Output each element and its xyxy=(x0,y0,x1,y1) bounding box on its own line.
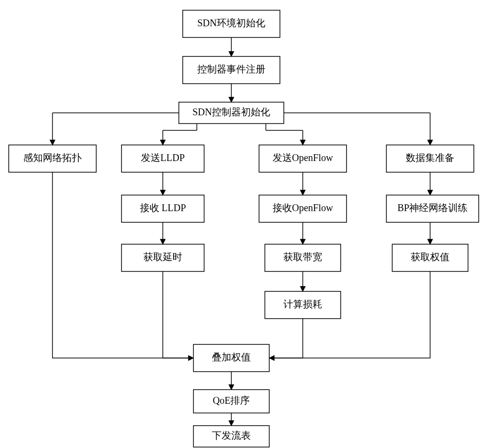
node-send-flowtable: 下发流表 xyxy=(193,426,269,447)
node-sdn-controller-init: SDN控制器初始化 xyxy=(179,102,284,124)
label-calc-loss: 计算损耗 xyxy=(283,299,322,309)
label-send-flowtable: 下发流表 xyxy=(212,430,251,441)
node-recv-lldp: 接收 LLDP xyxy=(122,195,204,222)
label-sum-weight: 叠加权值 xyxy=(212,352,251,362)
node-sum-weight: 叠加权值 xyxy=(193,344,269,372)
node-calc-loss: 计算损耗 xyxy=(265,291,341,319)
label-bp-train: BP神经网络训练 xyxy=(398,202,468,213)
node-topology-sense: 感知网络拓扑 xyxy=(9,145,96,172)
label-get-weight: 获取权值 xyxy=(411,251,450,262)
node-sdn-env-init: SDN环境初始化 xyxy=(183,10,280,37)
node-qoe-sort: QoE排序 xyxy=(193,390,269,413)
node-recv-openflow: 接收OpenFlow xyxy=(259,195,347,222)
label-get-bandwidth: 获取带宽 xyxy=(283,251,322,262)
node-get-weight: 获取权值 xyxy=(392,244,468,271)
label-topology-sense: 感知网络拓扑 xyxy=(23,152,82,163)
edge-n11-n15 xyxy=(269,319,303,358)
node-controller-event-reg: 控制器事件注册 xyxy=(183,56,280,84)
label-controller-event-reg: 控制器事件注册 xyxy=(197,64,265,74)
label-send-lldp: 发送LLDP xyxy=(141,152,185,163)
label-recv-lldp: 接收 LLDP xyxy=(140,202,186,213)
node-send-lldp: 发送LLDP xyxy=(122,145,204,172)
label-send-openflow: 发送OpenFlow xyxy=(273,152,333,163)
node-get-delay: 获取延时 xyxy=(122,244,204,271)
label-recv-openflow: 接收OpenFlow xyxy=(273,202,333,214)
label-qoe-sort: QoE排序 xyxy=(213,395,250,406)
label-get-delay: 获取延时 xyxy=(143,251,182,262)
label-sdn-env-init: SDN环境初始化 xyxy=(197,18,265,28)
node-get-bandwidth: 获取带宽 xyxy=(265,244,341,271)
node-dataset-prep: 数据集准备 xyxy=(386,145,474,172)
label-dataset-prep: 数据集准备 xyxy=(406,152,454,163)
flowchart: SDN环境初始化 控制器事件注册 SDN控制器初始化 感知网络拓扑 发送LLDP… xyxy=(0,0,486,448)
node-send-openflow: 发送OpenFlow xyxy=(259,145,347,172)
label-sdn-controller-init: SDN控制器初始化 xyxy=(192,107,270,117)
node-bp-train: BP神经网络训练 xyxy=(386,195,479,222)
edge-n7-n15 xyxy=(163,271,193,358)
